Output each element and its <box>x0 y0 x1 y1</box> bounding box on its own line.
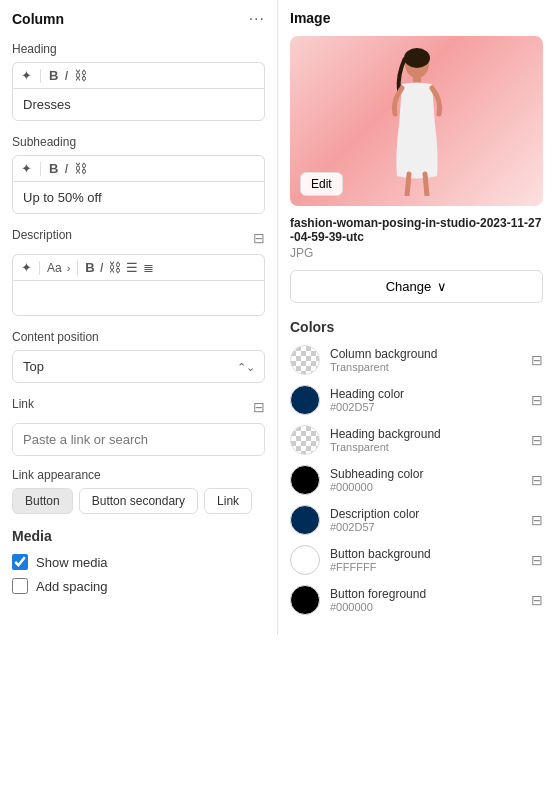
color-name: Button background <box>330 547 521 561</box>
show-media-label[interactable]: Show media <box>36 555 108 570</box>
database-icon-color[interactable]: ⊟ <box>531 432 543 448</box>
svg-line-4 <box>425 174 427 196</box>
color-value: #000000 <box>330 601 521 613</box>
color-info: Button background#FFFFFF <box>330 547 521 573</box>
color-swatch[interactable] <box>290 425 320 455</box>
italic-icon-2[interactable]: I <box>64 161 68 176</box>
color-name: Column background <box>330 347 521 361</box>
divider-3 <box>39 261 40 275</box>
media-section: Media Show media Add spacing <box>12 528 265 594</box>
appearance-button-button[interactable]: Button <box>12 488 73 514</box>
svg-point-1 <box>404 48 430 68</box>
color-value: Transparent <box>330 441 521 453</box>
subheading-label: Subheading <box>12 135 265 149</box>
database-icon-color[interactable]: ⊟ <box>531 592 543 608</box>
database-icon-color[interactable]: ⊟ <box>531 512 543 528</box>
color-swatch[interactable] <box>290 465 320 495</box>
color-info: Heading color#002D57 <box>330 387 521 413</box>
link-icon[interactable]: ⛓ <box>74 68 87 83</box>
media-title: Media <box>12 528 265 544</box>
more-options-button[interactable]: ··· <box>249 10 265 28</box>
link-section: Link ⊟ <box>12 397 265 456</box>
color-value: #FFFFFF <box>330 561 521 573</box>
list-icon[interactable]: ☰ <box>126 260 138 275</box>
subheading-input[interactable] <box>12 181 265 214</box>
color-row: Heading color#002D57⊟ <box>290 385 543 415</box>
description-input[interactable] <box>12 280 265 316</box>
content-position-wrapper: Top Middle Bottom ⌃⌄ <box>12 350 265 383</box>
heading-toolbar: ✦ B I ⛓ <box>12 62 265 88</box>
image-preview: Edit <box>290 36 543 206</box>
color-name: Button foreground <box>330 587 521 601</box>
colors-list: Column backgroundTransparent⊟Heading col… <box>290 345 543 615</box>
color-info: Description color#002D57 <box>330 507 521 533</box>
font-icon[interactable]: Aa <box>47 261 62 275</box>
chevron-down-icon: ∨ <box>437 279 447 294</box>
database-icon-2[interactable]: ⊟ <box>253 399 265 415</box>
bold-icon-3[interactable]: B <box>85 260 94 275</box>
appearance-button-link[interactable]: Link <box>204 488 252 514</box>
content-position-section: Content position Top Middle Bottom ⌃⌄ <box>12 330 265 383</box>
color-value: #002D57 <box>330 521 521 533</box>
database-icon[interactable]: ⊟ <box>253 230 265 246</box>
italic-icon[interactable]: I <box>64 68 68 83</box>
add-spacing-checkbox[interactable] <box>12 578 28 594</box>
color-info: Subheading color#000000 <box>330 467 521 493</box>
change-button-label: Change <box>386 279 432 294</box>
show-media-row: Show media <box>12 554 265 570</box>
description-label-row: Description ⊟ <box>12 228 265 248</box>
add-spacing-label[interactable]: Add spacing <box>36 579 108 594</box>
link-label-row: Link ⊟ <box>12 397 265 417</box>
color-name: Heading background <box>330 427 521 441</box>
color-swatch[interactable] <box>290 545 320 575</box>
image-filename: fashion-woman-posing-in-studio-2023-11-2… <box>290 216 543 244</box>
divider-4 <box>77 261 78 275</box>
link-appearance-label: Link appearance <box>12 468 265 482</box>
content-position-select[interactable]: Top Middle Bottom <box>12 350 265 383</box>
database-icon-color[interactable]: ⊟ <box>531 552 543 568</box>
database-icon-color[interactable]: ⊟ <box>531 472 543 488</box>
color-value: #000000 <box>330 481 521 493</box>
description-toolbar: ✦ Aa › B I ⛓ ☰ ≣ <box>12 254 265 280</box>
bold-icon[interactable]: B <box>49 68 58 83</box>
color-swatch[interactable] <box>290 505 320 535</box>
change-image-button[interactable]: Change ∨ <box>290 270 543 303</box>
link-icon-2[interactable]: ⛓ <box>74 161 87 176</box>
ordered-list-icon[interactable]: ≣ <box>143 260 154 275</box>
chevron-icon[interactable]: › <box>67 262 71 274</box>
color-swatch[interactable] <box>290 385 320 415</box>
color-swatch[interactable] <box>290 345 320 375</box>
left-panel: Column ··· Heading ✦ B I ⛓ Subheading ✦ … <box>0 0 278 635</box>
database-icon-color[interactable]: ⊟ <box>531 392 543 408</box>
color-value: #002D57 <box>330 401 521 413</box>
colors-title: Colors <box>290 319 543 335</box>
color-name: Subheading color <box>330 467 521 481</box>
link-input[interactable] <box>12 423 265 456</box>
color-swatch[interactable] <box>290 585 320 615</box>
link-label: Link <box>12 397 34 411</box>
link-appearance-section: Link appearance Button Button secondary … <box>12 468 265 514</box>
image-type: JPG <box>290 246 543 260</box>
color-row: Heading backgroundTransparent⊟ <box>290 425 543 455</box>
fashion-figure-svg <box>377 46 457 196</box>
database-icon-color[interactable]: ⊟ <box>531 352 543 368</box>
sparkle-icon-2[interactable]: ✦ <box>21 161 32 176</box>
edit-image-button[interactable]: Edit <box>300 172 343 196</box>
color-row: Button foreground#000000⊟ <box>290 585 543 615</box>
svg-line-3 <box>407 174 409 196</box>
link-icon-3[interactable]: ⛓ <box>108 260 121 275</box>
heading-input[interactable] <box>12 88 265 121</box>
add-spacing-row: Add spacing <box>12 578 265 594</box>
sparkle-icon[interactable]: ✦ <box>21 68 32 83</box>
show-media-checkbox[interactable] <box>12 554 28 570</box>
sparkle-icon-3[interactable]: ✦ <box>21 260 32 275</box>
appearance-button-secondary[interactable]: Button secondary <box>79 488 198 514</box>
heading-section: Heading ✦ B I ⛓ <box>12 42 265 121</box>
description-section: Description ⊟ ✦ Aa › B I ⛓ ☰ ≣ <box>12 228 265 316</box>
bold-icon-2[interactable]: B <box>49 161 58 176</box>
link-appearance-buttons: Button Button secondary Link <box>12 488 265 514</box>
divider <box>40 69 41 83</box>
color-row: Column backgroundTransparent⊟ <box>290 345 543 375</box>
right-panel: Image <box>278 0 555 635</box>
italic-icon-3[interactable]: I <box>100 260 104 275</box>
